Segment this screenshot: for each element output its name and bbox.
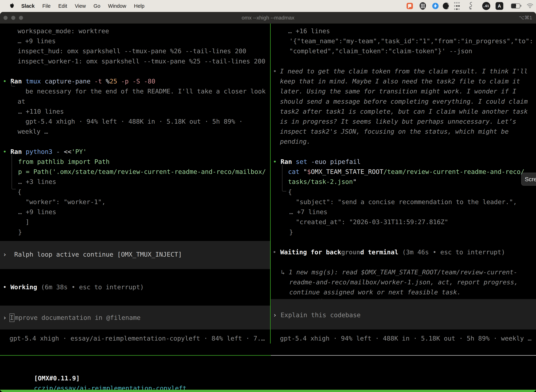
macos-menu-bar: Slack File Edit View Go Window Help xyxy=(0,0,536,12)
status-bullet-icon: • xyxy=(3,284,7,291)
output-connector xyxy=(11,81,15,86)
terminal-line: "worker": "worker-1", xyxy=(25,197,105,207)
zoom-button[interactable] xyxy=(19,16,23,20)
terminal-line: be necessary for the end of the README. … xyxy=(25,86,266,96)
terminal-line: { xyxy=(18,187,21,197)
run-bullet-icon: • xyxy=(3,78,7,85)
tmux-status-bar: [omx-cczip0:bash* "MacBook-Pro-44.local"… xyxy=(0,390,536,392)
terminal-line: "created_at": "2026-03-31T11:59:27.816Z" xyxy=(296,217,448,227)
menu-file[interactable]: File xyxy=(42,3,51,9)
dots-grid-icon[interactable] xyxy=(454,1,461,11)
minimize-button[interactable] xyxy=(11,16,15,20)
terminal-line: "completed","claim_token":"claim-token"}… xyxy=(289,46,472,56)
output-connector xyxy=(12,154,16,189)
omx-version: [OMX#0.11.9] xyxy=(34,375,80,382)
terminal-command-line: tasks/task-2.json" xyxy=(288,177,357,187)
shield-grid-icon[interactable] xyxy=(420,2,426,10)
menu-help[interactable]: Help xyxy=(134,3,144,9)
thinking-line: I need to get the claim token from the c… xyxy=(280,66,528,76)
thinking-line: should send a message before completing … xyxy=(280,96,528,107)
thinking-line: inspect task2's JSON, focusing on the st… xyxy=(280,126,509,136)
window-title-bar: omx --xhigh --madmax ⌥⌘1 xyxy=(0,12,536,23)
mailbox-message-line: ↳ 1 new msg(s): read $OMX_TEAM_STATE_ROO… xyxy=(281,267,517,277)
run-bullet-icon: • xyxy=(3,148,7,155)
arrow-down-right-icon: ↳ xyxy=(281,269,285,276)
output-connector xyxy=(282,165,286,191)
input-placeholder: › Explain this codebase xyxy=(273,310,361,320)
terminal-line: workspace_mode: worktree xyxy=(18,26,109,36)
terminal-window: omx --xhigh --madmax ⌥⌘1 workspace_mode:… xyxy=(0,12,536,392)
tmux-session-name: [omx-cczip0:bash* xyxy=(2,390,67,392)
menu-window[interactable]: Window xyxy=(108,3,126,9)
terminal-line: { xyxy=(288,187,292,197)
terminal-line: } xyxy=(289,227,293,237)
mailbox-message-line: continue assigned work or next feasible … xyxy=(289,287,461,297)
menu-view[interactable]: View xyxy=(75,3,86,9)
thinking-line: pending. xyxy=(280,136,310,146)
wifi-icon[interactable] xyxy=(526,3,534,9)
screen-tooltip: Scre xyxy=(521,173,536,186)
input-placeholder: › xyxy=(3,313,7,323)
terminal-content: workspace_mode: worktree … +9 lines insp… xyxy=(0,23,536,344)
omx-hud-status-line: [OMX#0.11.9] cczip/essay/ai-reimplementa… xyxy=(4,363,189,392)
close-button[interactable] xyxy=(4,16,8,20)
zap-badge-icon[interactable] xyxy=(432,3,439,9)
terminal-line: p = Path('.omx/state/team/review-current… xyxy=(18,167,266,177)
mailbox-message-line: readme-and-reco/mailbox/worker-1.json, a… xyxy=(289,277,518,287)
terminal-line: '{"team_name":"my-team","task_id":"1","f… xyxy=(289,36,533,46)
screen-record-icon[interactable] xyxy=(407,3,413,9)
terminal-line: … +9 lines xyxy=(18,207,56,217)
moon-circle-icon[interactable] xyxy=(443,3,450,9)
tmux-pane-right[interactable]: … +16 lines '{"team_name":"my-team","tas… xyxy=(271,23,536,344)
terminal-line: inspect_worker-1: omx sparkshell --tmux-… xyxy=(18,56,265,66)
squiggle-icon[interactable] xyxy=(468,2,474,10)
terminal-line: … +7 lines xyxy=(289,207,327,217)
input-source-icon[interactable]: A xyxy=(496,2,503,10)
prompt-input-right[interactable]: › Explain this codebase xyxy=(271,299,536,330)
run-bullet-icon: • xyxy=(273,158,277,165)
terminal-line: weekly … xyxy=(18,126,48,136)
window-title: omx --xhigh --madmax xyxy=(242,15,294,21)
working-status-line: • Working (6m 38s • esc to interrupt) xyxy=(3,282,144,292)
terminal-line: … +3 lines xyxy=(18,177,56,187)
battery-icon[interactable] xyxy=(511,4,520,9)
prompt-chevron-icon: › xyxy=(3,251,7,258)
window-shortcut: ⌥⌘1 xyxy=(519,15,532,21)
terminal-line: … +110 lines xyxy=(18,107,64,117)
ralph-loop-line: › Ralph loop active continue [OMX_TMUX_I… xyxy=(3,249,182,259)
thinking-line: later. Using the same for transition mig… xyxy=(280,86,516,96)
apple-logo-icon xyxy=(10,3,14,8)
session-status-line: gpt-5.4 xhigh · essay/ai-reimplementatio… xyxy=(10,333,265,343)
terminal-line: at xyxy=(18,96,25,107)
thinking-bullet-icon: • xyxy=(273,66,277,76)
thinking-line: task2 after task1 is complete, but can I… xyxy=(280,107,528,117)
pane-border-bottom-right xyxy=(271,355,536,356)
screen: Slack File Edit View Go Window Help xyxy=(0,0,536,392)
menu-go[interactable]: Go xyxy=(94,3,100,9)
terminal-line: from pathlib import Path xyxy=(18,157,110,167)
tmux-host-clock: "MacBook-Pro-44.local" 05:03 31-Mar-26 xyxy=(389,390,534,392)
thinking-line: is in progress? It seems likely but perh… xyxy=(280,117,516,126)
prompt-chevron-icon: › xyxy=(273,311,277,319)
terminal-command-line: cat "$OMX_TEAM_STATE_ROOT/team/review-cu… xyxy=(288,167,524,177)
ralph-loop-banner: › Ralph loop active continue [OMX_TMUX_I… xyxy=(0,241,270,269)
thinking-line: keep that in mind. Maybe I also need the… xyxy=(280,76,520,86)
terminal-line: inspect_hud: omx sparkshell --tmux-pane … xyxy=(18,46,246,56)
percent-61-badge-icon[interactable]: ..61 xyxy=(482,2,490,10)
prompt-chevron-icon: › xyxy=(3,314,7,321)
menu-edit[interactable]: Edit xyxy=(58,3,67,9)
terminal-line: gpt-5.4 xhigh · 94% left · 488K in · 5.1… xyxy=(25,117,243,126)
session-status-line: gpt-5.4 xhigh · 94% left · 488K in · 5.1… xyxy=(280,333,531,343)
terminal-line: "subject": "send a concise recommendatio… xyxy=(296,197,517,207)
terminal-command-line: • Ran tmux capture-pane -t %25 -p -S -80 xyxy=(3,76,155,86)
pane-border-bottom-left xyxy=(0,355,271,356)
terminal-line: ] xyxy=(25,217,29,227)
tmux-pane-left[interactable]: workspace_mode: worktree … +9 lines insp… xyxy=(0,23,270,344)
waiting-status-line: • Waiting for background terminal (3m 46… xyxy=(273,247,505,257)
status-bullet-icon: • xyxy=(273,248,277,256)
menu-app-slack[interactable]: Slack xyxy=(21,3,35,9)
pane-divider[interactable] xyxy=(270,23,271,344)
text-cursor: I xyxy=(10,313,14,322)
apple-menu-icon[interactable] xyxy=(10,3,14,9)
input-placeholder-text: mprove documentation in @filename xyxy=(15,313,140,323)
